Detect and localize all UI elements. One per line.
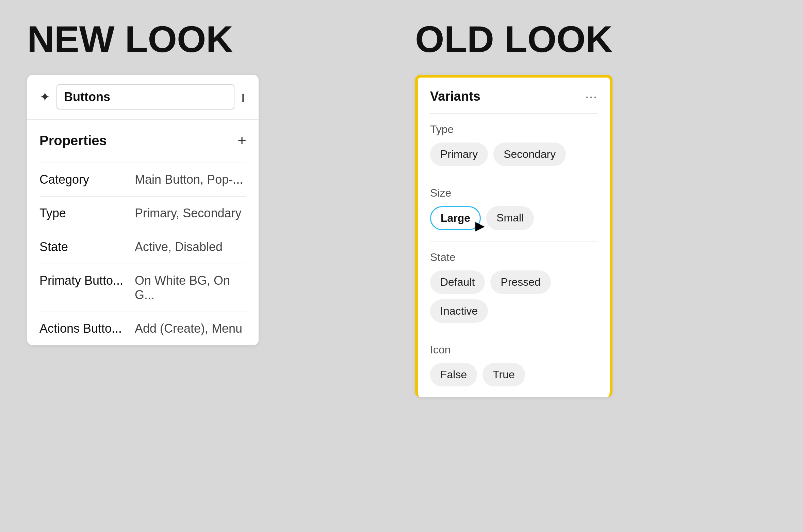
cursor-icon: ▶	[475, 219, 485, 233]
property-value-state: Active, Disabled	[135, 240, 223, 254]
chip-default[interactable]: Default	[430, 270, 485, 294]
old-look-title: OLD LOOK	[415, 20, 776, 58]
properties-title: Properties	[39, 133, 107, 148]
divider-2	[430, 177, 597, 177]
chip-small[interactable]: Small	[486, 206, 534, 230]
variant-group-type: Type Primary Secondary	[418, 123, 610, 177]
chip-secondary[interactable]: Secondary	[493, 143, 566, 166]
property-label-state: State	[39, 240, 128, 254]
variants-header: Variants ···	[418, 78, 610, 113]
filter-icon[interactable]: ⫿	[241, 90, 246, 104]
icon-chips: False True	[430, 363, 597, 386]
property-label-category: Category	[39, 172, 128, 187]
variant-group-state-label: State	[430, 251, 597, 264]
divider-4	[430, 334, 597, 334]
chip-large-wrapper: Large ▶	[430, 206, 481, 230]
search-input[interactable]	[56, 84, 234, 110]
panel-header: ✦ ⫿	[27, 75, 259, 120]
old-look-section: OLD LOOK Variants ··· Type Primary Secon…	[415, 20, 776, 397]
new-look-panel-wrapper: ✦ ⫿ Properties + Category Main Button, P…	[27, 75, 388, 345]
variant-group-size-label: Size	[430, 187, 597, 199]
property-label-primary-button: Primaty Butto...	[39, 273, 128, 288]
chip-pressed[interactable]: Pressed	[490, 270, 551, 294]
property-value-type: Primary, Secondary	[135, 206, 241, 220]
properties-section: Properties + Category Main Button, Pop-.…	[27, 120, 259, 345]
state-chips: Default Pressed Inactive	[430, 270, 597, 323]
size-chips: Large ▶ Small	[430, 206, 597, 230]
property-row-type: Type Primary, Secondary	[39, 196, 246, 230]
divider-3	[430, 241, 597, 242]
variant-group-size: Size Large ▶ Small	[418, 187, 610, 241]
property-value-category: Main Button, Pop-...	[135, 172, 243, 187]
type-chips: Primary Secondary	[430, 143, 597, 166]
property-label-type: Type	[39, 206, 128, 220]
chip-large[interactable]: Large	[430, 206, 481, 230]
chip-inactive[interactable]: Inactive	[430, 299, 488, 323]
grid-icon: ✦	[39, 89, 50, 104]
property-row-primary-button: Primaty Butto... On White BG, On G...	[39, 264, 246, 312]
new-look-panel: ✦ ⫿ Properties + Category Main Button, P…	[27, 75, 259, 345]
add-property-button[interactable]: +	[237, 132, 246, 149]
chip-true[interactable]: True	[482, 363, 525, 386]
variant-group-icon-label: Icon	[430, 344, 597, 356]
property-row-state: State Active, Disabled	[39, 230, 246, 264]
property-row-actions-button: Actions Butto... Add (Create), Menu	[39, 312, 246, 345]
property-value-primary-button: On White BG, On G...	[135, 273, 246, 302]
chip-false[interactable]: False	[430, 363, 477, 386]
variant-group-state: State Default Pressed Inactive	[418, 251, 610, 334]
variants-title: Variants	[430, 89, 480, 104]
property-value-actions-button: Add (Create), Menu	[135, 321, 242, 336]
old-look-panel: Variants ··· Type Primary Secondary Size…	[415, 75, 612, 397]
more-options-icon[interactable]: ···	[585, 89, 597, 104]
variant-group-icon: Icon False True	[418, 344, 610, 397]
divider-1	[430, 113, 597, 114]
variant-group-type-label: Type	[430, 123, 597, 136]
chip-primary[interactable]: Primary	[430, 143, 488, 166]
new-look-section: NEW LOOK ✦ ⫿ Properties + Category Main …	[27, 20, 388, 345]
property-label-actions-button: Actions Butto...	[39, 321, 128, 336]
properties-header: Properties +	[39, 132, 246, 149]
new-look-title: NEW LOOK	[27, 20, 388, 58]
property-row-category: Category Main Button, Pop-...	[39, 163, 246, 196]
